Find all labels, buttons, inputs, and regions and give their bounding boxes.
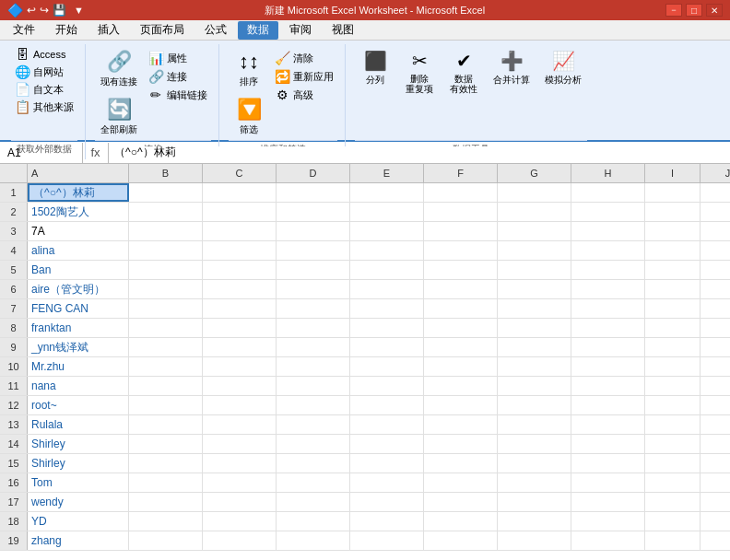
connections-button[interactable]: 🔗 连接: [145, 68, 211, 85]
cell[interactable]: [203, 261, 277, 279]
cell[interactable]: [645, 261, 701, 279]
text-button[interactable]: 📄 自文本: [11, 81, 67, 98]
cell[interactable]: [350, 377, 424, 395]
cell[interactable]: [571, 319, 645, 337]
edit-links-button[interactable]: ✏ 编辑链接: [145, 87, 211, 103]
fx-button[interactable]: fx: [83, 143, 109, 163]
cell[interactable]: YD: [28, 512, 129, 531]
cell[interactable]: [701, 377, 730, 395]
cell[interactable]: [203, 377, 277, 395]
cell[interactable]: [203, 222, 277, 240]
cell[interactable]: [350, 396, 424, 414]
properties-button[interactable]: 📊 属性: [145, 50, 211, 66]
cell[interactable]: [571, 261, 645, 279]
cell[interactable]: [645, 415, 701, 434]
cell[interactable]: [129, 203, 203, 221]
cell[interactable]: [203, 338, 277, 356]
existing-connections-button[interactable]: 🔗 现有连接: [95, 46, 143, 92]
cell[interactable]: [424, 338, 498, 356]
cell[interactable]: [701, 473, 730, 492]
col-header-f[interactable]: F: [424, 164, 498, 182]
cell[interactable]: Shirley: [28, 454, 129, 472]
cell[interactable]: Tom: [28, 473, 129, 492]
filter-button[interactable]: 🔽 筛选: [229, 94, 269, 140]
cell[interactable]: [203, 203, 277, 221]
cell[interactable]: [350, 338, 424, 356]
menu-item-home[interactable]: 开始: [46, 21, 87, 40]
col-header-i[interactable]: I: [645, 164, 701, 182]
cell[interactable]: [277, 454, 350, 472]
col-header-g[interactable]: G: [498, 164, 571, 182]
cell[interactable]: [498, 222, 571, 240]
cell[interactable]: [350, 183, 424, 202]
cell[interactable]: [277, 261, 350, 279]
cell[interactable]: [645, 396, 701, 414]
cell[interactable]: [498, 183, 571, 202]
cell[interactable]: [571, 183, 645, 202]
cell[interactable]: [701, 299, 730, 318]
cell[interactable]: [498, 280, 571, 298]
other-sources-button[interactable]: 📋 其他来源: [11, 99, 77, 115]
cell[interactable]: [203, 280, 277, 298]
cell[interactable]: [424, 299, 498, 318]
cell[interactable]: [498, 299, 571, 318]
cell[interactable]: [701, 319, 730, 337]
cell[interactable]: [424, 377, 498, 395]
advanced-button[interactable]: ⚙ 高级: [271, 87, 337, 103]
cell[interactable]: [424, 454, 498, 472]
cell[interactable]: [498, 435, 571, 453]
cell[interactable]: [498, 396, 571, 414]
clear-button[interactable]: 🧹 清除: [271, 50, 337, 66]
cell[interactable]: [203, 299, 277, 318]
cell[interactable]: [203, 473, 277, 492]
cell[interactable]: [571, 396, 645, 414]
cell[interactable]: [701, 531, 730, 550]
access-button[interactable]: 🗄 Access: [11, 46, 69, 63]
cell[interactable]: [203, 241, 277, 260]
cell[interactable]: [350, 435, 424, 453]
cell[interactable]: [571, 531, 645, 550]
what-if-button[interactable]: 📈 模拟分析: [539, 46, 587, 90]
cell[interactable]: [129, 222, 203, 240]
cell[interactable]: [645, 299, 701, 318]
cell[interactable]: [350, 512, 424, 531]
cell[interactable]: [203, 435, 277, 453]
close-button[interactable]: ✕: [706, 4, 723, 17]
cell[interactable]: [129, 493, 203, 511]
cell[interactable]: [701, 435, 730, 453]
col-header-b[interactable]: B: [129, 164, 203, 182]
cell[interactable]: Shirley: [28, 435, 129, 453]
cell[interactable]: [424, 261, 498, 279]
cell[interactable]: [129, 512, 203, 531]
cell[interactable]: [645, 454, 701, 472]
cell[interactable]: [129, 396, 203, 414]
cell[interactable]: [498, 357, 571, 376]
cell[interactable]: [350, 415, 424, 434]
cell[interactable]: [350, 299, 424, 318]
cell[interactable]: [203, 454, 277, 472]
cell[interactable]: [277, 299, 350, 318]
cell[interactable]: [701, 338, 730, 356]
cell[interactable]: [701, 512, 730, 531]
sort-button[interactable]: ↕↕ 排序: [229, 46, 269, 92]
cell[interactable]: [129, 261, 203, 279]
cell[interactable]: [498, 377, 571, 395]
cell[interactable]: aire（管文明）: [28, 280, 129, 298]
cell[interactable]: [203, 493, 277, 511]
cell[interactable]: [277, 222, 350, 240]
cell[interactable]: [571, 415, 645, 434]
cell[interactable]: [645, 357, 701, 376]
cell[interactable]: [129, 241, 203, 260]
cell[interactable]: [645, 493, 701, 511]
cell[interactable]: [424, 415, 498, 434]
cell[interactable]: [277, 473, 350, 492]
cell[interactable]: [645, 531, 701, 550]
cell[interactable]: nana: [28, 377, 129, 395]
cell[interactable]: [129, 435, 203, 453]
cell[interactable]: [701, 396, 730, 414]
cell[interactable]: [350, 454, 424, 472]
cell[interactable]: [498, 261, 571, 279]
menu-item-file[interactable]: 文件: [4, 21, 44, 40]
cell[interactable]: 7A: [28, 222, 129, 240]
cell[interactable]: [277, 280, 350, 298]
